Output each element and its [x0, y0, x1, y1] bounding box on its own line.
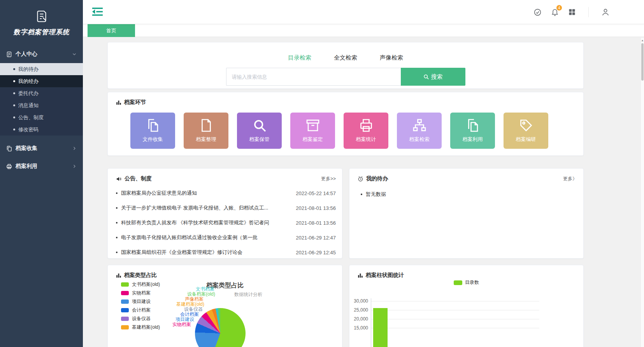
- sidebar-item-archive-collect[interactable]: 档案收集: [0, 139, 83, 157]
- tile-archive-appraise[interactable]: 档案鉴定: [290, 113, 335, 149]
- sidebar-item-label: 档案收集: [16, 145, 37, 152]
- sidebar-item-change-password[interactable]: 修改密码: [0, 123, 83, 136]
- announcement-date: 2021-08-01 13:56: [296, 220, 336, 226]
- tile-archive-arrange[interactable]: 档案整理: [184, 113, 228, 149]
- sidebar-item-delegated[interactable]: 委托代办: [0, 87, 83, 99]
- todo-header: 我的待办 更多》: [349, 169, 583, 182]
- tile-archive-search[interactable]: 档案检索: [397, 113, 442, 149]
- bullet-icon: [116, 192, 118, 194]
- tile-archive-use[interactable]: 档案利用: [450, 113, 495, 149]
- todo-more-link[interactable]: 更多》: [563, 176, 577, 182]
- tab-av-search[interactable]: 声像检索: [380, 54, 403, 63]
- legend-item[interactable]: 设备仪器: [121, 314, 160, 323]
- legend-item[interactable]: 实物档案: [121, 289, 160, 297]
- card-title: 档案类型占比: [124, 272, 157, 279]
- bar-card-header: 档案柱状图统计: [349, 265, 583, 279]
- personal-center-submenu: 我的待办 我的经办 委托代办 消息通知 公告、制度 修改密码: [0, 63, 83, 136]
- sidebar-item-archive-use[interactable]: 档案利用: [0, 157, 83, 175]
- sidebar-item-label: 我的待办: [18, 66, 39, 73]
- legend-item[interactable]: 会计档案: [121, 306, 160, 314]
- sidebar-collapse-icon[interactable]: [92, 7, 103, 16]
- archive-stage-tiles: 文件收集 档案整理 档案保管 档案鉴定 档案统计 档案检索: [108, 106, 583, 149]
- file-copy-icon: [466, 118, 480, 132]
- scrollbar-up-arrow-icon[interactable]: ▲: [641, 38, 644, 42]
- tile-archive-keep[interactable]: 档案保管: [237, 113, 282, 149]
- announcement-date: 2021-08-01 13:56: [296, 205, 336, 211]
- printer-icon: [6, 164, 12, 169]
- legend-swatch: [454, 280, 462, 285]
- scrollbar-thumb[interactable]: [641, 43, 644, 81]
- sidebar-item-notifications[interactable]: 消息通知: [0, 99, 83, 111]
- y-axis-tick: 25,000: [349, 307, 368, 313]
- card-title: 公告、制度: [125, 175, 152, 182]
- legend-item[interactable]: 基建档案(old): [121, 323, 160, 331]
- sidebar-item-label: 公告、制度: [18, 114, 44, 121]
- sidebar-item-announcements[interactable]: 公告、制度: [0, 111, 83, 123]
- notification-badge: 4: [556, 5, 562, 11]
- tab-fulltext-search[interactable]: 全文检索: [334, 54, 357, 63]
- tile-archive-stats[interactable]: 档案统计: [344, 113, 388, 149]
- topbar: 4: [83, 0, 644, 24]
- legend-item[interactable]: 项目建设: [121, 297, 160, 306]
- apps-grid-icon[interactable]: [568, 8, 576, 16]
- bar-rect[interactable]: [373, 308, 388, 347]
- sitemap-icon: [412, 118, 426, 132]
- tab-catalog-search[interactable]: 目录检索: [288, 54, 311, 63]
- copy-files-icon: [6, 146, 12, 151]
- sidebar-item-my-todo[interactable]: 我的待办: [0, 63, 83, 75]
- topbar-actions: 4: [533, 0, 610, 24]
- bullet-icon: [13, 80, 15, 82]
- list-item[interactable]: 电子发票电子化报销入账归档试点通过验收企业案例（第一批2021-06-29 12…: [116, 230, 336, 245]
- grid-line: [371, 310, 539, 310]
- search-row: 搜索: [108, 68, 583, 86]
- tag-icon: [519, 118, 533, 132]
- bullet-icon: [361, 194, 362, 195]
- sidebar-item-label: 消息通知: [18, 102, 39, 109]
- chevron-right-icon: [72, 164, 77, 169]
- card-title: 档案环节: [124, 99, 146, 106]
- search-button[interactable]: 搜索: [401, 68, 465, 86]
- sidebar-item-personal-center[interactable]: 个人中心: [0, 45, 83, 63]
- main-content: 目录检索 全文检索 声像检索 搜索 档案环节 文件收集: [83, 37, 644, 347]
- bell-icon[interactable]: 4: [551, 8, 559, 16]
- tile-label: 档案检索: [409, 136, 430, 143]
- user-avatar-icon[interactable]: [601, 8, 610, 16]
- list-item[interactable]: 科技部有关负责人就发布 《科学技术研究档案管理规定》答记者问2021-08-01…: [116, 215, 336, 230]
- pie-chart[interactable]: [195, 308, 246, 347]
- empty-text: 暂无数据: [366, 191, 386, 198]
- sidebar-item-my-handled[interactable]: 我的经办: [0, 75, 83, 87]
- search-input[interactable]: [226, 68, 401, 86]
- tile-archive-research[interactable]: 档案编研: [504, 113, 548, 149]
- bar-chart-icon: [358, 273, 363, 278]
- announcements-list: 国家档案局办公室征求意见的通知2022-05-22 14:57 关于进一步扩大增…: [108, 182, 342, 260]
- chevron-right-icon: [72, 146, 77, 151]
- bullet-icon: [13, 92, 15, 94]
- sidebar-item-label: 委托代办: [18, 90, 39, 97]
- tile-label: 档案保管: [249, 136, 270, 143]
- bullet-icon: [116, 237, 118, 238]
- list-item[interactable]: 国家档案局办公室征求意见的通知2022-05-22 14:57: [116, 186, 336, 201]
- topbar-divider: [588, 7, 589, 17]
- tile-label: 档案编研: [516, 136, 536, 143]
- tabbar: 首页: [83, 24, 644, 37]
- check-circle-icon[interactable]: [533, 8, 542, 16]
- legend-label: 项目建设: [132, 298, 151, 305]
- list-item[interactable]: 关于进一步扩大增值税电子 发票电子化报销、入账、归档试点工...2021-08-…: [116, 201, 336, 215]
- pie-card-header: 档案类型占比: [108, 265, 342, 279]
- search-icon: [253, 118, 267, 132]
- tile-label: 档案统计: [356, 136, 376, 143]
- tile-label: 档案整理: [196, 136, 216, 143]
- archive-box-icon: [306, 118, 320, 132]
- list-item[interactable]: 国家档案局组织召开《企业档案管理规定》修订讨论会2021-06-29 12:45: [116, 245, 336, 260]
- bullet-icon: [116, 252, 118, 253]
- tab-home[interactable]: 首页: [88, 24, 135, 37]
- bullet-icon: [13, 104, 15, 106]
- tile-file-collection[interactable]: 文件收集: [130, 113, 175, 149]
- announcements-more-link[interactable]: 更多>>: [321, 176, 336, 182]
- card-title: 我的待办: [366, 175, 388, 182]
- tile-label: 文件收集: [143, 136, 163, 143]
- search-card: 目录检索 全文检索 声像检索 搜索: [107, 42, 584, 89]
- printer-icon: [359, 118, 373, 132]
- vertical-scrollbar[interactable]: ▲: [640, 38, 644, 347]
- bar-legend[interactable]: 目录数: [349, 279, 583, 286]
